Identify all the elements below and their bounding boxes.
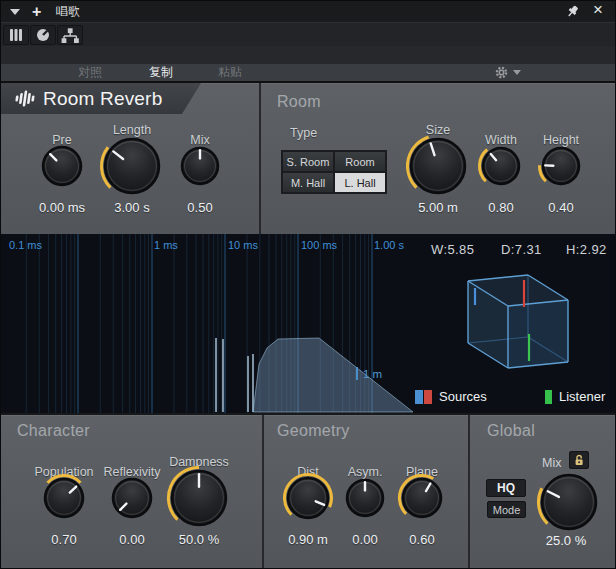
width-knob[interactable] [476, 141, 526, 195]
type-button-l-hall[interactable]: L. Hall [335, 173, 385, 192]
type-button-m-hall[interactable]: M. Hall [283, 173, 333, 192]
time-axis-label: 10 ms [228, 239, 258, 251]
mix-lock-button[interactable] [569, 451, 589, 469]
window-title: 唱歌 [56, 1, 80, 22]
height-knob[interactable] [536, 141, 586, 195]
global-mix-knob[interactable] [535, 468, 603, 540]
plugin-window: + 唱歌 × [0, 0, 616, 569]
pin-icon[interactable] [566, 5, 580, 19]
plane-knob-group: Plane 0.60 [391, 455, 453, 547]
mix-knob-value[interactable]: 0.50 [171, 200, 229, 215]
global-section-title: Global [487, 422, 535, 440]
add-icon[interactable]: + [32, 1, 41, 22]
reflexivity-knob-value[interactable]: 0.00 [99, 532, 165, 547]
channel-strip-icon [8, 28, 24, 42]
dist-knob[interactable] [281, 471, 335, 529]
plane-knob-value[interactable]: 0.60 [391, 532, 453, 547]
panel-divider [259, 83, 261, 234]
channel-bar: 1 - Room Reverb [1, 22, 616, 46]
room-depth-readout: D:7.31 [501, 242, 542, 257]
length-knob[interactable] [98, 132, 166, 204]
population-knob-group: Population 0.70 [32, 455, 96, 547]
legend-listener: Listener [545, 389, 605, 404]
width-knob-group: Width 0.80 [472, 123, 530, 215]
legend-sources: Sources [415, 389, 487, 404]
time-axis-label: 0.1 ms [9, 239, 42, 251]
geometry-section-title: Geometry [277, 422, 350, 440]
plugin-header-bar: ◀ ▶ default [1, 46, 616, 64]
lock-icon [573, 454, 585, 466]
population-knob[interactable] [38, 472, 90, 528]
size-knob-value[interactable]: 5.00 m [405, 200, 471, 215]
room-type-selector: S. Room Room M. Hall L. Hall [281, 150, 387, 194]
asym-knob-group: Asym. 0.00 [335, 455, 395, 547]
pre-knob[interactable] [36, 140, 88, 196]
length-knob-group: Length 3.00 s [99, 123, 165, 215]
reflexivity-knob[interactable] [106, 472, 158, 528]
settings-gear-icon[interactable] [495, 66, 508, 79]
copy-button[interactable]: 复制 [141, 64, 181, 81]
type-button-s-room[interactable]: S. Room [283, 152, 333, 171]
time-axis-label: 1 ms [154, 239, 178, 251]
type-label: Type [290, 126, 317, 140]
width-knob-value[interactable]: 0.80 [472, 200, 530, 215]
pre-knob-value[interactable]: 0.00 ms [31, 200, 93, 215]
global-mix-knob-value[interactable]: 25.0 % [535, 533, 597, 548]
pre-knob-group: Pre 0.00 ms [31, 123, 93, 215]
time-axis-label: 1.00 s [374, 239, 404, 251]
dampness-knob-group: Dampness 50.0 % [166, 455, 232, 547]
length-knob-value[interactable]: 3.00 s [99, 200, 165, 215]
edit-strip: 自动 关 对照 复制 粘贴 [1, 64, 616, 83]
channel-strip-button[interactable] [3, 25, 29, 45]
presonus-logo [10, 89, 38, 108]
routing-button[interactable] [57, 25, 83, 45]
size-knob-group: Size 5.00 m [405, 123, 471, 215]
knob-view-button[interactable] [30, 25, 56, 45]
window-titlebar: + 唱歌 × [1, 1, 616, 22]
settings-chevron-icon[interactable] [513, 70, 521, 75]
mix-knob-group: Mix 0.50 [171, 123, 229, 215]
type-button-room[interactable]: Room [335, 152, 385, 171]
sources-blue-chip [415, 390, 423, 404]
sources-legend-label: Sources [439, 389, 487, 404]
panel-divider [468, 415, 470, 569]
impulse-response [253, 338, 413, 412]
room-section-title: Room [277, 93, 321, 111]
display-canvas [1, 234, 616, 413]
reflexivity-knob-group: Reflexivity 0.00 [99, 455, 165, 547]
mix-knob[interactable] [175, 141, 225, 195]
listener-green-chip [545, 390, 552, 404]
plane-knob[interactable] [396, 472, 448, 528]
sources-red-chip [424, 390, 432, 404]
asym-knob[interactable] [340, 473, 390, 527]
mode-button[interactable]: Mode [487, 501, 526, 518]
scale-label: 1 m [363, 368, 382, 380]
listener-legend-label: Listener [559, 389, 605, 404]
paste-button[interactable]: 粘贴 [210, 64, 250, 81]
character-section-title: Character [17, 422, 90, 440]
room-height-readout: H:2.92 [566, 242, 607, 257]
time-axis-label: 100 ms [301, 239, 337, 251]
dist-knob-group: Dist 0.90 m [277, 455, 339, 547]
population-knob-value[interactable]: 0.70 [32, 532, 96, 547]
size-knob[interactable] [404, 132, 472, 204]
dampness-knob[interactable] [165, 464, 233, 536]
height-knob-value[interactable]: 0.40 [532, 200, 590, 215]
height-knob-group: Height 0.40 [532, 123, 590, 215]
routing-icon [61, 28, 79, 43]
room-width-readout: W:5.85 [431, 242, 474, 257]
knob-icon [35, 27, 51, 43]
compare-button[interactable]: 对照 [70, 64, 110, 81]
hq-button[interactable]: HQ [486, 479, 526, 497]
asym-knob-value[interactable]: 0.00 [335, 532, 395, 547]
window-menu-chevron-icon[interactable] [10, 9, 20, 15]
close-icon[interactable]: × [593, 0, 603, 20]
dist-knob-value[interactable]: 0.90 m [277, 532, 339, 547]
impulse-and-room-display[interactable]: 0.1 ms1 ms10 ms100 ms1.00 s W:5.85 D:7.3… [1, 234, 616, 413]
plugin-title: Room Reverb [43, 88, 162, 110]
dampness-knob-value[interactable]: 50.0 % [166, 532, 232, 547]
panel-divider [262, 415, 264, 569]
